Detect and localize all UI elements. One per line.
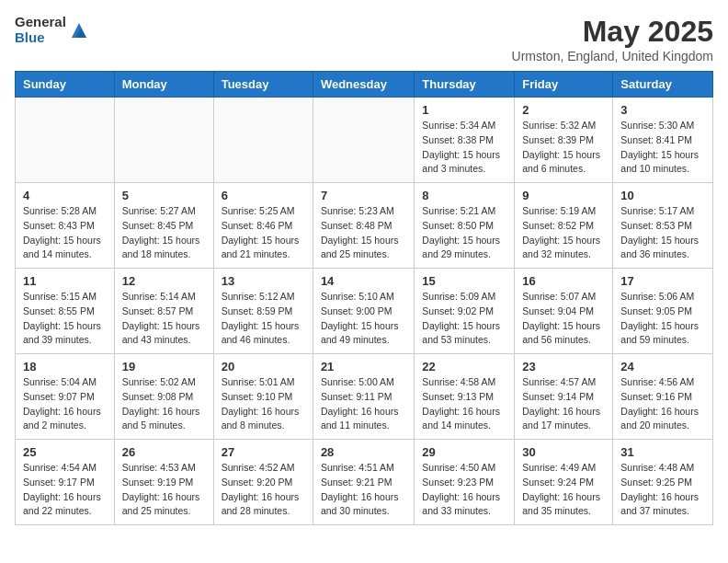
day-number: 17 (620, 274, 705, 288)
day-info: Sunrise: 5:19 AMSunset: 8:52 PMDaylight:… (522, 204, 605, 262)
week-row-1: 1Sunrise: 5:34 AMSunset: 8:38 PMDaylight… (16, 98, 713, 183)
day-cell: 10Sunrise: 5:17 AMSunset: 8:53 PMDayligh… (613, 183, 713, 269)
weekday-header-saturday: Saturday (613, 72, 713, 98)
day-info: Sunrise: 5:06 AMSunset: 9:05 PMDaylight:… (620, 290, 705, 348)
week-row-3: 11Sunrise: 5:15 AMSunset: 8:55 PMDayligh… (16, 269, 713, 354)
day-cell: 1Sunrise: 5:34 AMSunset: 8:38 PMDaylight… (415, 98, 515, 183)
day-info: Sunrise: 4:53 AMSunset: 9:19 PMDaylight:… (122, 461, 206, 519)
day-info: Sunrise: 5:14 AMSunset: 8:57 PMDaylight:… (122, 290, 206, 348)
day-info: Sunrise: 5:10 AMSunset: 9:00 PMDaylight:… (321, 290, 406, 348)
day-cell (114, 98, 213, 183)
day-info: Sunrise: 5:01 AMSunset: 9:10 PMDaylight:… (222, 375, 305, 433)
day-cell: 9Sunrise: 5:19 AMSunset: 8:52 PMDaylight… (515, 183, 613, 269)
day-number: 11 (23, 274, 107, 288)
day-info: Sunrise: 5:25 AMSunset: 8:46 PMDaylight:… (222, 204, 305, 262)
day-cell: 6Sunrise: 5:25 AMSunset: 8:46 PMDaylight… (213, 183, 313, 269)
day-cell: 22Sunrise: 4:58 AMSunset: 9:13 PMDayligh… (415, 354, 515, 440)
weekday-header-wednesday: Wednesday (313, 72, 414, 98)
location-subtitle: Urmston, England, United Kingdom (512, 49, 713, 63)
day-cell: 4Sunrise: 5:28 AMSunset: 8:43 PMDaylight… (16, 183, 115, 269)
day-cell: 7Sunrise: 5:23 AMSunset: 8:48 PMDaylight… (313, 183, 414, 269)
weekday-header-sunday: Sunday (16, 72, 115, 98)
logo-icon (70, 21, 88, 40)
day-cell: 19Sunrise: 5:02 AMSunset: 9:08 PMDayligh… (114, 354, 213, 440)
day-info: Sunrise: 5:00 AMSunset: 9:11 PMDaylight:… (321, 375, 406, 433)
day-number: 10 (620, 189, 705, 202)
day-info: Sunrise: 4:50 AMSunset: 9:23 PMDaylight:… (422, 461, 506, 519)
day-info: Sunrise: 5:04 AMSunset: 9:07 PMDaylight:… (23, 375, 107, 433)
week-row-4: 18Sunrise: 5:04 AMSunset: 9:07 PMDayligh… (16, 354, 713, 440)
day-number: 15 (422, 274, 506, 288)
day-cell: 17Sunrise: 5:06 AMSunset: 9:05 PMDayligh… (613, 269, 713, 354)
logo-general-text: General (15, 15, 66, 30)
day-cell: 13Sunrise: 5:12 AMSunset: 8:59 PMDayligh… (213, 269, 313, 354)
day-info: Sunrise: 4:52 AMSunset: 9:20 PMDaylight:… (222, 461, 305, 519)
day-cell (213, 98, 313, 183)
day-number: 22 (422, 360, 506, 373)
day-cell: 2Sunrise: 5:32 AMSunset: 8:39 PMDaylight… (515, 98, 613, 183)
day-cell: 24Sunrise: 4:56 AMSunset: 9:16 PMDayligh… (613, 354, 713, 440)
day-cell: 29Sunrise: 4:50 AMSunset: 9:23 PMDayligh… (415, 440, 515, 525)
day-number: 29 (422, 445, 506, 459)
day-number: 26 (122, 445, 206, 459)
month-year-title: May 2025 (512, 15, 713, 49)
day-number: 23 (522, 360, 605, 373)
weekday-header-thursday: Thursday (415, 72, 515, 98)
day-cell: 11Sunrise: 5:15 AMSunset: 8:55 PMDayligh… (16, 269, 115, 354)
day-cell (16, 98, 115, 183)
day-cell: 31Sunrise: 4:48 AMSunset: 9:25 PMDayligh… (613, 440, 713, 525)
day-number: 14 (321, 274, 406, 288)
day-info: Sunrise: 4:48 AMSunset: 9:25 PMDaylight:… (620, 461, 705, 519)
day-cell: 21Sunrise: 5:00 AMSunset: 9:11 PMDayligh… (313, 354, 414, 440)
day-number: 28 (321, 445, 406, 459)
logo-blue-text: Blue (15, 30, 66, 46)
day-number: 25 (23, 445, 107, 459)
calendar-table: SundayMondayTuesdayWednesdayThursdayFrid… (15, 71, 713, 525)
weekday-header-friday: Friday (515, 72, 613, 98)
day-cell: 25Sunrise: 4:54 AMSunset: 9:17 PMDayligh… (16, 440, 115, 525)
day-info: Sunrise: 5:02 AMSunset: 9:08 PMDaylight:… (122, 375, 206, 433)
day-cell: 5Sunrise: 5:27 AMSunset: 8:45 PMDaylight… (114, 183, 213, 269)
day-cell: 28Sunrise: 4:51 AMSunset: 9:21 PMDayligh… (313, 440, 414, 525)
day-info: Sunrise: 5:17 AMSunset: 8:53 PMDaylight:… (620, 204, 705, 262)
day-cell: 12Sunrise: 5:14 AMSunset: 8:57 PMDayligh… (114, 269, 213, 354)
day-cell: 14Sunrise: 5:10 AMSunset: 9:00 PMDayligh… (313, 269, 414, 354)
day-info: Sunrise: 4:51 AMSunset: 9:21 PMDaylight:… (321, 461, 406, 519)
day-number: 9 (522, 189, 605, 202)
day-cell: 23Sunrise: 4:57 AMSunset: 9:14 PMDayligh… (515, 354, 613, 440)
day-cell: 8Sunrise: 5:21 AMSunset: 8:50 PMDaylight… (415, 183, 515, 269)
day-info: Sunrise: 4:58 AMSunset: 9:13 PMDaylight:… (422, 375, 506, 433)
week-row-2: 4Sunrise: 5:28 AMSunset: 8:43 PMDaylight… (16, 183, 713, 269)
day-info: Sunrise: 5:12 AMSunset: 8:59 PMDaylight:… (222, 290, 305, 348)
page-header: General Blue May 2025 Urmston, England, … (15, 15, 713, 63)
day-info: Sunrise: 4:54 AMSunset: 9:17 PMDaylight:… (23, 461, 107, 519)
day-cell (313, 98, 414, 183)
day-info: Sunrise: 4:56 AMSunset: 9:16 PMDaylight:… (620, 375, 705, 433)
day-cell: 27Sunrise: 4:52 AMSunset: 9:20 PMDayligh… (213, 440, 313, 525)
day-info: Sunrise: 5:07 AMSunset: 9:04 PMDaylight:… (522, 290, 605, 348)
day-number: 30 (522, 445, 605, 459)
day-cell: 20Sunrise: 5:01 AMSunset: 9:10 PMDayligh… (213, 354, 313, 440)
day-info: Sunrise: 5:34 AMSunset: 8:38 PMDaylight:… (422, 119, 506, 177)
day-info: Sunrise: 5:23 AMSunset: 8:48 PMDaylight:… (321, 204, 406, 262)
week-row-5: 25Sunrise: 4:54 AMSunset: 9:17 PMDayligh… (16, 440, 713, 525)
day-number: 12 (122, 274, 206, 288)
day-number: 1 (422, 103, 506, 117)
day-number: 31 (620, 445, 705, 459)
day-number: 3 (620, 103, 705, 117)
day-number: 19 (122, 360, 206, 373)
day-cell: 15Sunrise: 5:09 AMSunset: 9:02 PMDayligh… (415, 269, 515, 354)
logo: General Blue (15, 15, 88, 45)
day-number: 4 (23, 189, 107, 202)
day-number: 6 (222, 189, 305, 202)
title-block: May 2025 Urmston, England, United Kingdo… (512, 15, 713, 63)
day-number: 27 (222, 445, 305, 459)
day-number: 20 (222, 360, 305, 373)
day-number: 5 (122, 189, 206, 202)
day-number: 13 (222, 274, 305, 288)
day-number: 21 (321, 360, 406, 373)
day-cell: 18Sunrise: 5:04 AMSunset: 9:07 PMDayligh… (16, 354, 115, 440)
day-number: 8 (422, 189, 506, 202)
day-info: Sunrise: 5:30 AMSunset: 8:41 PMDaylight:… (620, 119, 705, 177)
day-number: 2 (522, 103, 605, 117)
